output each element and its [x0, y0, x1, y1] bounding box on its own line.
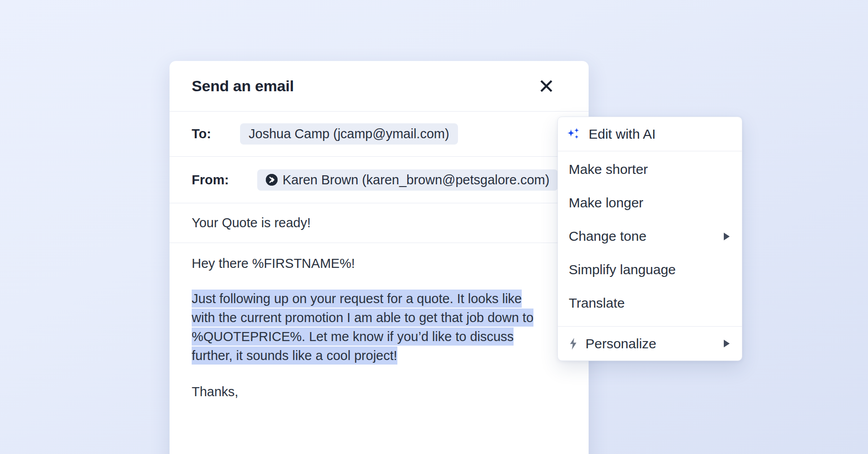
ai-sparkles-icon: [567, 128, 580, 140]
paragraph-line: Just following up on your request for a …: [192, 289, 566, 308]
to-label: To:: [192, 126, 217, 141]
lightning-icon: [569, 337, 578, 350]
recipient-chip[interactable]: Joshua Camp (jcamp@ymail.com): [240, 123, 458, 145]
subject-text: Your Quote is ready!: [192, 215, 311, 230]
modal-title: Send an email: [192, 77, 294, 95]
send-chevron-icon: [266, 174, 278, 186]
menu-group: Make shorter Make longer Change tone Sim…: [558, 151, 742, 326]
send-email-modal: Send an email To: Joshua Camp (jcamp@yma…: [170, 61, 589, 454]
app-background: Send an email To: Joshua Camp (jcamp@yma…: [0, 0, 868, 454]
menu-item-translate[interactable]: Translate: [558, 286, 742, 320]
menu-item-label: Edit with AI: [589, 126, 656, 142]
menu-item-make-shorter[interactable]: Make shorter: [558, 153, 742, 186]
highlighted-paragraph: Just following up on your request for a …: [192, 289, 566, 365]
close-button[interactable]: [536, 76, 556, 96]
from-field[interactable]: From: Karen Brown (karen_brown@petsgalor…: [170, 157, 589, 203]
recipient-chip-text: Joshua Camp (jcamp@ymail.com): [249, 126, 449, 141]
paragraph-line: further, it sounds like a cool project!: [192, 346, 566, 365]
email-body-editor[interactable]: Hey there %FIRSTNAME%! Just following up…: [170, 243, 589, 401]
menu-item-label: Make shorter: [569, 162, 648, 177]
menu-item-label: Change tone: [569, 229, 646, 244]
menu-item-label: Simplify language: [569, 262, 676, 277]
menu-item-change-tone[interactable]: Change tone: [558, 220, 742, 253]
menu-item-label: Translate: [569, 295, 625, 311]
from-label: From:: [192, 173, 231, 187]
menu-item-label: Personalize: [585, 336, 724, 351]
sender-chip[interactable]: Karen Brown (karen_brown@petsgalore.com): [257, 169, 558, 191]
to-field[interactable]: To: Joshua Camp (jcamp@ymail.com): [170, 112, 589, 157]
menu-item-personalize[interactable]: Personalize: [558, 326, 742, 360]
close-icon: [539, 79, 554, 94]
modal-header: Send an email: [170, 61, 589, 112]
menu-item-make-longer[interactable]: Make longer: [558, 186, 742, 220]
subject-field[interactable]: Your Quote is ready!: [170, 203, 589, 243]
menu-item-simplify-language[interactable]: Simplify language: [558, 253, 742, 286]
email-signoff: Thanks,: [192, 382, 566, 401]
menu-item-label: Make longer: [569, 195, 643, 211]
menu-item-edit-with-ai[interactable]: Edit with AI: [558, 117, 742, 151]
email-greeting: Hey there %FIRSTNAME%!: [192, 254, 566, 273]
paragraph-line: with the current promotion I am able to …: [192, 308, 566, 327]
edit-with-ai-menu: Edit with AI Make shorter Make longer Ch…: [557, 117, 742, 361]
sender-chip-text: Karen Brown (karen_brown@petsgalore.com): [283, 173, 549, 187]
paragraph-line: %QUOTEPRICE%. Let me know if you’d like …: [192, 327, 566, 346]
submenu-arrow-icon: [724, 233, 730, 240]
submenu-arrow-icon: [724, 340, 730, 347]
